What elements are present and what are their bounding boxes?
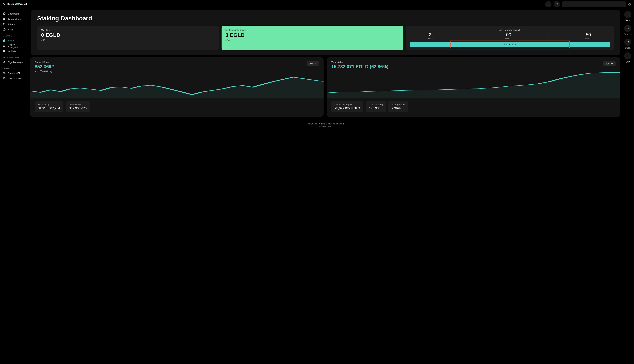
my-stake-label: My Stake	[41, 29, 215, 31]
rewards-card: My Claimable Rewards 0 EGLD ≈ $0	[222, 26, 404, 50]
sidebar-item-legacy-delegation[interactable]: Legacy Delegation	[0, 43, 30, 48]
stake-range-select[interactable]: 30d	[603, 61, 616, 66]
timer-seconds: 50	[585, 32, 592, 38]
svg-point-5	[558, 4, 558, 4]
stat-label: Circulating Supply	[334, 104, 360, 106]
timer-seconds-label: seconds	[585, 38, 592, 40]
stat-users-staking: Users Staking 136,986	[366, 101, 386, 112]
svg-point-6	[556, 5, 556, 6]
svg-point-1	[556, 3, 557, 4]
stat-24h-volume: 24h Volume $52,906,675	[66, 101, 90, 112]
svg-point-3	[556, 4, 556, 4]
sidebar-item-create-nft[interactable]: Create NFT	[0, 70, 30, 76]
price-value: $52.3692	[35, 64, 54, 70]
sidebar-item-label: Sign Message	[8, 61, 23, 64]
stake-title: Total stake	[331, 61, 388, 64]
logout-button[interactable]	[628, 3, 631, 6]
topbar: MultiversXWallet ?	[0, 0, 634, 8]
stat-value: $52,906,675	[69, 106, 86, 110]
price-chart	[30, 74, 324, 98]
timer-minutes: 00	[505, 32, 512, 38]
svg-rect-11	[3, 51, 5, 52]
footer-text2: by the MultiversX team	[321, 122, 344, 125]
stat-label: Users Staking	[369, 104, 383, 106]
arrows-icon	[3, 18, 6, 20]
price-range-select[interactable]: 30d	[306, 61, 319, 66]
arrow-down-icon	[626, 27, 630, 30]
footer-text1: Made with	[308, 122, 318, 125]
my-stake-sub: ≈ $0	[41, 39, 215, 42]
svg-point-9	[3, 23, 5, 24]
brand-text-1: Multivers	[3, 2, 16, 6]
stake-value: 15,732,071 EGLD (62.86%)	[331, 64, 388, 70]
svg-point-13	[3, 78, 5, 78]
timer-title: Next Rewards Batch In	[410, 29, 610, 31]
stat-average-apr: Average APR 9.99%	[388, 101, 408, 112]
receive-button[interactable]: Receive	[624, 25, 632, 36]
svg-point-7	[556, 5, 557, 6]
price-panel: Current Price $52.3692 -1.8766% today 30…	[30, 57, 324, 117]
sidebar-item-label: Transactions	[8, 18, 22, 20]
server-icon	[3, 50, 6, 52]
my-stake-value: 0 EGLD	[41, 32, 215, 38]
hex-icon	[3, 28, 6, 31]
rb-label: Buy	[626, 60, 630, 63]
rightbar: Send Receive Swap Buy	[622, 8, 634, 364]
svg-rect-10	[3, 50, 5, 51]
pie-icon	[3, 12, 6, 15]
stake-chart	[327, 70, 620, 98]
svg-point-8	[558, 5, 558, 6]
arrow-up-icon	[626, 13, 630, 16]
grid-icon	[555, 3, 558, 6]
sidebar-item-dashboard[interactable]: Dashboard	[0, 11, 30, 16]
stat-market-cap: Market Cap $1,314,807,984	[35, 101, 63, 112]
sidebar-item-sign-message[interactable]: Sign Message	[0, 60, 30, 65]
sidebar-item-tokens[interactable]: Tokens	[0, 22, 30, 27]
send-button[interactable]: Send	[624, 11, 631, 22]
svg-point-2	[558, 3, 558, 4]
rewards-value: 0 EGLD	[226, 32, 400, 38]
stamp-icon	[3, 61, 6, 64]
heart-icon: ❤	[318, 122, 320, 125]
coins-icon	[3, 23, 6, 26]
page-title: Staking Dashboard	[37, 15, 614, 22]
globe-icon	[3, 72, 6, 74]
timer-colon: :	[468, 32, 470, 37]
help-button[interactable]: ?	[545, 1, 552, 8]
sidebar-header-issue: ISSUE	[0, 65, 30, 70]
lock-icon	[3, 39, 6, 42]
sidebar-item-label: Tokens	[8, 23, 16, 26]
buy-button[interactable]: Buy	[624, 52, 631, 63]
lock-icon	[3, 44, 6, 47]
sidebar-item-create-token[interactable]: Create Token	[0, 76, 30, 81]
question-icon: ?	[548, 3, 549, 6]
address-input[interactable]	[562, 2, 626, 7]
rb-label: Send	[625, 19, 630, 22]
sidebar-item-transactions[interactable]: Transactions	[0, 16, 30, 22]
rb-label: Swap	[625, 47, 630, 49]
price-delta-text: -1.8766% today	[38, 70, 52, 72]
power-icon	[628, 3, 631, 6]
down-icon	[35, 70, 37, 72]
rewards-label: My Claimable Rewards	[226, 29, 400, 31]
svg-point-0	[556, 3, 556, 4]
main-content: Staking Dashboard My Stake 0 EGLD ≈ $0 M…	[30, 8, 622, 364]
apps-button[interactable]	[554, 1, 560, 8]
sidebar-item-label: Dashboard	[8, 12, 20, 15]
sidebar-item-nfts[interactable]: NFTs	[0, 27, 30, 32]
sidebar-header-staking: STAKING	[0, 32, 30, 38]
stat-value: $1,314,807,984	[38, 106, 60, 110]
my-stake-card: My Stake 0 EGLD ≈ $0	[37, 26, 219, 50]
coins-icon	[3, 77, 6, 80]
sidebar-item-validate[interactable]: Validate	[0, 48, 30, 54]
footer-build: Build a875defc	[30, 125, 622, 128]
sidebar-item-label: Stake	[8, 39, 14, 42]
stake-now-button[interactable]: Stake Now	[410, 42, 610, 47]
stat-label: Market Cap	[38, 104, 60, 106]
sidebar-item-stake[interactable]: Stake	[0, 38, 30, 43]
stake-panel: Total stake 15,732,071 EGLD (62.86%) 30d…	[327, 57, 620, 117]
swap-button[interactable]: Swap	[624, 38, 631, 49]
sidebar-item-label: Legacy Delegation	[8, 43, 27, 48]
footer: Made with ❤ by the MultiversX team Build…	[30, 119, 622, 130]
brand-logo: MultiversXWallet	[3, 2, 27, 6]
